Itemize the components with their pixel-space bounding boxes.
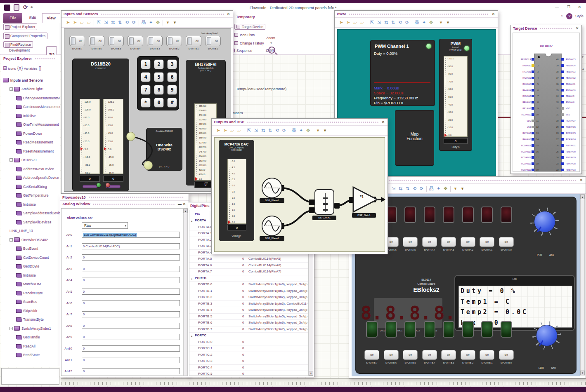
pin-row-portb[interactable]: ▴PORTB xyxy=(189,275,308,282)
scroll-up-icon[interactable]: ▲ xyxy=(183,209,188,213)
board-button-sporta.2[interactable]: Off xyxy=(461,237,475,247)
tree-item-getserialstring[interactable]: GetSerialString xyxy=(1,182,60,191)
board-button-sporta.1[interactable]: Off xyxy=(480,237,494,247)
dock-arrow-icon[interactable]: ▸ xyxy=(582,55,584,59)
tree-item-ds18b20[interactable]: -DS18B20 xyxy=(1,156,60,165)
titlebar-dots[interactable] xyxy=(92,203,175,206)
keypad-key-4[interactable]: 4 xyxy=(141,72,151,82)
board-button-sportb.4[interactable]: Off xyxy=(422,350,437,360)
checkbox-icon[interactable] xyxy=(234,33,238,37)
dsp-wave2-icon[interactable] xyxy=(262,216,282,236)
tree-item-readmeasurement[interactable]: ReadMeasurement xyxy=(1,138,60,147)
pin-row-porta-5[interactable]: PORTA.50ComboBL0114(PinA5) xyxy=(189,256,308,263)
hierarchy-icon[interactable]: 品 xyxy=(414,20,421,25)
select-icon[interactable]: ➤ xyxy=(215,128,222,133)
board-button-sportb.5[interactable]: Off xyxy=(403,350,418,360)
keypad-key-5[interactable]: 5 xyxy=(154,72,164,82)
ldr-knob[interactable] xyxy=(532,321,561,350)
pin-row-portb-6[interactable]: PORTB.60SwitchArraySlider1(pin6), keypad… xyxy=(189,320,308,326)
tree-item-getidbyte[interactable]: GetIDByte xyxy=(1,262,60,271)
tree-item-addressspecificdevice[interactable]: AddressSpecificDevice xyxy=(1,174,60,183)
project-explorer-button[interactable]: Project Explorer xyxy=(3,23,37,30)
tab-file[interactable]: File xyxy=(3,13,22,23)
keypad-key-3[interactable]: 3 xyxy=(167,59,177,69)
tab-edit[interactable]: Edit xyxy=(24,13,41,23)
titlebar-dots[interactable] xyxy=(247,121,378,124)
flip-h-icon[interactable]: ⇆ xyxy=(397,186,404,191)
pin-row-portc-0[interactable]: PORTC.00 xyxy=(189,339,308,346)
analog-field-an7[interactable]: 0 xyxy=(82,311,180,317)
close-icon[interactable]: ✕ xyxy=(579,177,584,183)
component-properties-button[interactable]: Component Properties xyxy=(3,33,47,39)
view-item-change-history[interactable]: Change History xyxy=(234,41,264,45)
copy-icon[interactable]: ▱ xyxy=(352,20,359,25)
clear-icon[interactable]: ▾ xyxy=(444,20,451,25)
board-button-sportb.7[interactable]: Off xyxy=(364,350,379,360)
send-back-icon[interactable]: ⇲ xyxy=(102,20,109,25)
pin-row-portc-3[interactable]: PORTC.30 xyxy=(189,358,308,365)
close-button[interactable]: ✕ xyxy=(578,5,581,9)
pin-row-portb-3[interactable]: PORTB.30SwitchArraySlider1(pin3), ComboB… xyxy=(189,301,308,307)
wire-connector-1[interactable] xyxy=(126,132,135,141)
analog-field-an5[interactable]: 0 xyxy=(82,289,180,295)
analog-field-an8[interactable]: 0 xyxy=(82,323,180,329)
board-button-sporta.0[interactable]: Off xyxy=(499,237,514,247)
keypad-key-1[interactable]: 1 xyxy=(141,59,151,69)
move-icon[interactable]: ✥ xyxy=(428,20,435,25)
tree-item-onetimemeasurement[interactable]: OneTimeMeasurement xyxy=(1,120,60,129)
flip-h-icon[interactable]: ⇆ xyxy=(260,128,267,133)
icons-grid-icon[interactable]: ⊞ Icons xyxy=(3,65,16,71)
clear-icon[interactable]: ▾ xyxy=(459,186,466,191)
slider-marker-icon[interactable] xyxy=(80,147,83,150)
board-button-sporta.4[interactable]: Off xyxy=(422,237,437,247)
pin-row-porta-7[interactable]: PORTA.70ComboBL0114(PinA7) xyxy=(189,269,308,275)
clear-icon[interactable]: ▾ xyxy=(171,20,178,25)
move-icon[interactable]: ✥ xyxy=(305,128,312,133)
rotate-ccw-icon[interactable]: ⟲ xyxy=(397,20,404,25)
tree-item-onewireds2482[interactable]: -OneWireDS2482 xyxy=(1,235,60,244)
send-back-icon[interactable]: ⇲ xyxy=(253,128,260,133)
toggle-switch-sportb.6[interactable]: Off xyxy=(89,36,104,46)
minimize-icon[interactable]: ▬ xyxy=(177,201,182,207)
analog-field-an11[interactable]: 0 xyxy=(82,357,180,363)
tree-item-initialise[interactable]: Initialise xyxy=(1,200,60,209)
paste-icon[interactable]: ▱ xyxy=(359,20,366,25)
flip-v-icon[interactable]: ⇅ xyxy=(267,128,274,133)
titlebar-dots[interactable] xyxy=(88,196,184,199)
toggle-switch-sportb.4[interactable]: Off xyxy=(128,36,143,46)
rotate-ccw-icon[interactable]: ⟲ xyxy=(123,20,130,25)
titlebar-dots[interactable] xyxy=(539,27,572,30)
dsp-gain-icon[interactable] xyxy=(352,186,381,215)
pin-row-portc-2[interactable]: PORTC.20 xyxy=(189,352,308,359)
properties-icon[interactable]: ✦ xyxy=(147,20,154,25)
multi-select-icon[interactable]: ➤ xyxy=(345,20,352,25)
pin-row-portb-4[interactable]: PORTB.40SwitchArraySlider1(pin4), keypad… xyxy=(189,307,308,314)
close-icon[interactable]: ✕ xyxy=(381,119,385,125)
analog-field-an2[interactable]: 0 xyxy=(82,254,180,261)
hierarchy-icon[interactable]: 品 xyxy=(291,128,298,133)
clear-icon[interactable]: ▾ xyxy=(321,128,328,133)
ribbon-collapse-icon[interactable]: ＾ xyxy=(560,14,564,18)
bring-front-icon[interactable]: ⇱ xyxy=(95,20,102,25)
tree-item-matchrom[interactable]: MatchROM xyxy=(1,280,60,289)
pin-row-portb-0[interactable]: PORTB.00SwitchArraySlider1(pin0), keypad… xyxy=(189,282,308,288)
analog-field-an4[interactable]: 0 xyxy=(82,277,180,283)
tree-item-addressnextdevice[interactable]: AddressNextDevice xyxy=(1,164,60,174)
macros-icon[interactable]: ▯ xyxy=(38,65,41,71)
slider-marker-icon[interactable] xyxy=(228,221,231,224)
toggle-switch-sportb.5[interactable]: Off xyxy=(108,36,124,46)
rotate-cw-icon[interactable]: ⟳ xyxy=(418,186,425,191)
bring-front-icon[interactable]: ⇱ xyxy=(246,128,253,133)
temperature-slider-2[interactable]: 125.0105.085.065.045.025.05.0-15.0-35.0-… xyxy=(103,99,123,174)
slider-marker-icon[interactable] xyxy=(195,177,198,181)
send-back-icon[interactable]: ⇲ xyxy=(376,20,383,25)
properties-icon[interactable]: ✦ xyxy=(435,186,442,191)
flip-h-icon[interactable]: ⇆ xyxy=(109,20,116,25)
multi-select-icon[interactable]: ➤ xyxy=(71,20,78,25)
analog-field-an3[interactable]: 0 xyxy=(82,266,180,272)
analog-field-an1[interactable]: 0 ComboBL0114(Pot ADC) xyxy=(82,243,180,249)
flip-v-icon[interactable]: ⇅ xyxy=(116,20,123,25)
tree-item-readstate[interactable]: ReadState xyxy=(1,351,60,360)
checkbox-icon[interactable] xyxy=(234,41,238,45)
tree-item-samplealldevices[interactable]: SampleAllDevices xyxy=(1,218,60,227)
